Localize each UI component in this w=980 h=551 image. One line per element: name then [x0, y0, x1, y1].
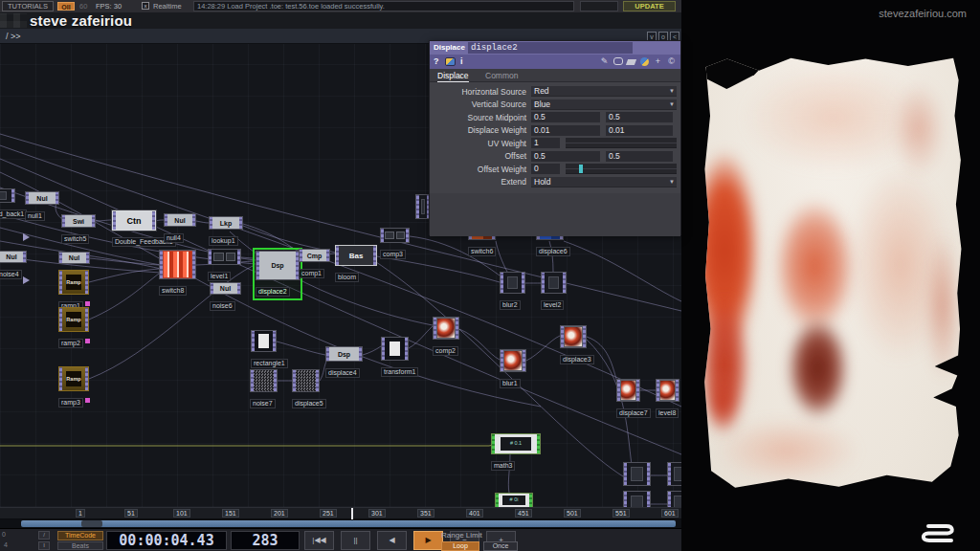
node-comp2[interactable]: comp2 [433, 317, 459, 357]
node-ramp3[interactable]: Rampramp3 [58, 366, 90, 408]
node-bloom[interactable]: Basbloom [335, 245, 377, 283]
node-dark[interactable] [667, 491, 681, 507]
chevron-down-icon: ▼ [669, 101, 675, 107]
node-displace3[interactable]: displace3 [560, 325, 594, 365]
snapshot-icon[interactable] [445, 57, 456, 66]
parameter-dialog: Displace displace2 ? i ✎ + © Displace Co… [429, 40, 681, 235]
output-panel: stevezafeiriou.com [681, 0, 980, 551]
node-ramp2[interactable]: Rampramp2 [58, 307, 90, 349]
pencil-icon[interactable]: ✎ [599, 56, 610, 67]
param-dropdown[interactable]: Red▼ [531, 86, 677, 97]
node-displace7[interactable]: displace7 [616, 379, 651, 419]
scrollbar-notch[interactable] [81, 520, 102, 527]
info-icon[interactable]: i [460, 56, 463, 66]
checker-pattern [0, 13, 27, 28]
ruler-tick: 601 [661, 509, 679, 518]
viewer-flag-badge[interactable] [85, 398, 90, 403]
chevron-down-icon: ▼ [669, 88, 675, 94]
node-noise6[interactable]: Nulnoise6 [210, 282, 241, 312]
tab-common[interactable]: Common [485, 71, 518, 80]
node-null1[interactable]: Nulnull1 [25, 191, 59, 222]
node-rectangle1[interactable]: rectangle1 [251, 330, 288, 369]
node-label: displace6 [536, 247, 570, 256]
beats-mode-button[interactable]: Beats [57, 541, 103, 550]
eraser-icon[interactable] [626, 59, 636, 65]
edge-value-bottom: 4 [4, 541, 8, 548]
node-feed_back1[interactable]: feed_back1 [0, 188, 27, 220]
dialog-titlebar[interactable]: Displace displace2 [430, 41, 680, 55]
node-displace2[interactable]: Dspdisplace2 [253, 248, 302, 300]
node-blur2[interactable]: blur2 [500, 272, 525, 311]
node-lookup1[interactable]: Lkplookup1 [209, 216, 243, 247]
mini-button-bottom[interactable]: I [38, 541, 50, 550]
realtime-checkbox[interactable]: x [142, 2, 149, 10]
node-chop[interactable]: # 0i [495, 493, 533, 507]
node-transform1[interactable]: transform1 [381, 337, 418, 378]
pause-button[interactable]: || [341, 531, 370, 550]
param-value[interactable]: 0 [531, 164, 560, 174]
node-math3[interactable]: # 0.1math3 [491, 433, 541, 472]
node-switch5[interactable]: Swiswitch5 [61, 214, 96, 245]
param-label: Source Midpoint [430, 113, 531, 122]
update-button[interactable]: UPDATE [623, 1, 676, 11]
playhead-marker[interactable] [351, 508, 353, 519]
param-value-2[interactable]: 0.5 [606, 151, 673, 162]
timecode-mode-button[interactable]: TimeCode [57, 531, 103, 540]
python-icon[interactable] [640, 57, 649, 66]
node-displace5[interactable]: displace5 [292, 369, 326, 409]
node-comp1[interactable]: Cmpcomp1 [299, 249, 330, 279]
slider-handle[interactable] [579, 165, 583, 173]
node-dark[interactable] [623, 491, 651, 507]
param-dropdown[interactable]: Hold▼ [531, 177, 677, 187]
network-path[interactable]: / >> [6, 32, 21, 41]
node-switch8[interactable]: switch8 [159, 250, 196, 297]
once-button[interactable]: Once [483, 541, 518, 551]
add-icon[interactable]: + [653, 56, 663, 67]
scrollbar-thumb[interactable] [21, 520, 676, 527]
mini-button-top[interactable]: / [38, 531, 50, 540]
node-label: noise7 [250, 399, 276, 408]
node-level8[interactable]: level8 [656, 379, 679, 419]
tab-tutorials[interactable]: TUTORIALS [2, 1, 54, 11]
node-label: displace3 [560, 355, 594, 364]
node-level2[interactable]: level2 [541, 272, 567, 311]
node-noise4[interactable]: Nulnoise4 [0, 251, 27, 280]
viewer-flag-badge[interactable] [85, 301, 90, 306]
param-value-1[interactable]: 0.5 [531, 112, 600, 122]
node-label: lookup1 [209, 236, 238, 246]
param-slider-track[interactable] [566, 138, 677, 148]
node-displace4[interactable]: Dspdisplace4 [325, 346, 363, 379]
jump-to-start-button[interactable]: |◀◀ [304, 531, 334, 550]
node-comp3[interactable]: comp3 [380, 228, 410, 260]
operator-name-field[interactable]: displace2 [468, 42, 633, 54]
node-null4[interactable]: Nulnull4 [164, 213, 196, 244]
timeline-ruler[interactable]: 151101151201251301351401451501551601 [0, 507, 681, 518]
horizontal-scrollbar[interactable] [0, 519, 681, 528]
node-label: noise4 [0, 270, 22, 279]
search-field[interactable] [580, 1, 618, 11]
status-message: 14:28:29 Load Project .toe: test.56.toe … [193, 1, 574, 11]
comment-icon[interactable] [613, 57, 623, 65]
node-level1[interactable]: level1 [208, 249, 241, 282]
loop-button[interactable]: Loop [441, 541, 479, 551]
param-value-2[interactable]: 0.5 [606, 112, 673, 122]
node-label: switch5 [61, 234, 89, 244]
param-value-1[interactable]: 0.01 [531, 125, 600, 136]
power-toggle[interactable]: OII [57, 2, 75, 11]
param-row-displace-weight: Displace Weight0.010.01 [430, 124, 677, 138]
param-value[interactable]: 1 [531, 138, 560, 148]
param-dropdown[interactable]: Blue▼ [531, 99, 677, 110]
node-ramp1[interactable]: Rampramp1 [58, 270, 90, 312]
param-slider-track[interactable] [566, 164, 677, 174]
param-value-2[interactable]: 0.01 [606, 125, 673, 136]
play-forward-button[interactable]: ▶ [413, 531, 443, 550]
top-menu-bar: TUTORIALS OII 60 FPS: 30 x Realtime 14:2… [0, 0, 681, 12]
node-noise7[interactable]: noise7 [250, 369, 278, 409]
play-reverse-button[interactable]: ◀ [377, 531, 407, 550]
copyright-icon[interactable]: © [666, 56, 677, 67]
node-blur1[interactable]: blur1 [500, 349, 526, 389]
artwork-preview [701, 54, 967, 497]
viewer-flag-badge[interactable] [85, 339, 90, 343]
help-icon[interactable]: ? [434, 56, 439, 66]
param-value-1[interactable]: 0.5 [531, 151, 600, 162]
